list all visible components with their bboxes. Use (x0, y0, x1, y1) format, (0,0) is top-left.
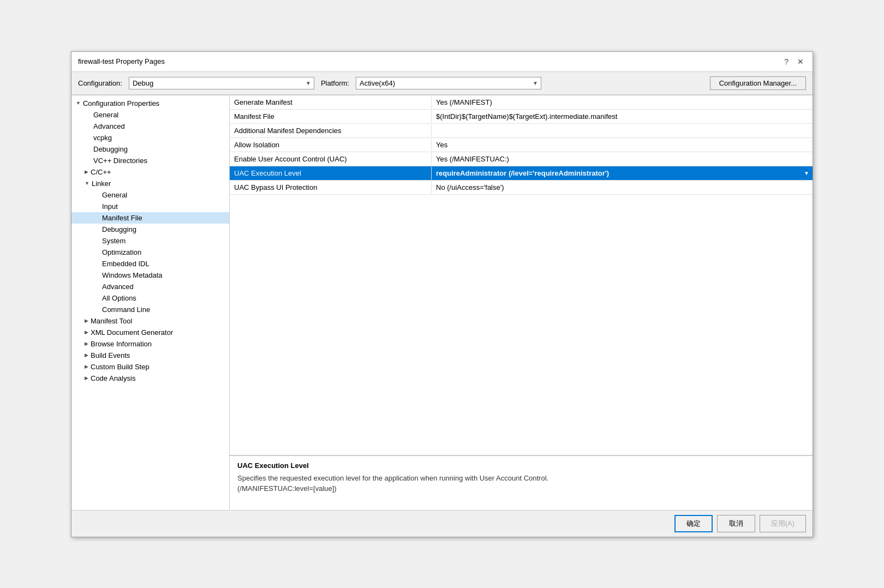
configuration-select[interactable]: Debug (129, 77, 314, 89)
property-name-uac-execution-level: UAC Execution Level (230, 167, 432, 179)
right-panel: Generate ManifestYes (/MANIFEST)Manifest… (230, 95, 813, 510)
toolbar: Configuration: Debug Platform: Active(x6… (71, 72, 813, 95)
sidebar-item-linker-advanced[interactable]: Advanced (71, 281, 229, 292)
sidebar-item-advanced[interactable]: Advanced (71, 121, 229, 132)
sidebar-item-label: Code Analysis (91, 374, 135, 382)
property-row-manifest-file[interactable]: Manifest File$(IntDir)$(TargetName)$(Tar… (230, 110, 813, 124)
sidebar-item-label: XML Document Generator (91, 328, 173, 337)
dropdown-arrow-icon[interactable]: ▼ (801, 170, 813, 176)
sidebar-item-label: Advanced (93, 122, 125, 130)
sidebar-item-browse-information[interactable]: ▶Browse Information (71, 338, 229, 350)
property-name-additional-manifest-dependencies: Additional Manifest Dependencies (230, 124, 432, 137)
property-row-allow-isolation[interactable]: Allow IsolationYes (230, 138, 813, 152)
sidebar-item-label: C/C++ (91, 168, 111, 176)
sidebar-item-xml-document-generator[interactable]: ▶XML Document Generator (71, 327, 229, 338)
help-icon[interactable]: ? (782, 56, 791, 67)
chevron-right-icon: ▶ (85, 169, 88, 175)
property-row-generate-manifest[interactable]: Generate ManifestYes (/MANIFEST) (230, 95, 813, 110)
sidebar: ▼Configuration PropertiesGeneralAdvanced… (71, 95, 230, 510)
configuration-label: Configuration: (78, 79, 122, 87)
sidebar-item-linker-all-options[interactable]: All Options (71, 292, 229, 304)
main-content: ▼Configuration PropertiesGeneralAdvanced… (71, 95, 813, 510)
ok-button[interactable]: 确定 (674, 515, 713, 532)
property-row-uac-execution-level[interactable]: UAC Execution LevelrequireAdministrator … (230, 166, 813, 181)
property-name-allow-isolation: Allow Isolation (230, 139, 432, 151)
sidebar-item-linker-system[interactable]: System (71, 235, 229, 247)
chevron-right-icon: ▶ (85, 341, 88, 346)
property-value-generate-manifest: Yes (/MANIFEST) (432, 96, 813, 109)
sidebar-item-vc-directories[interactable]: VC++ Directories (71, 155, 229, 166)
property-row-uac-bypass-ui[interactable]: UAC Bypass UI ProtectionNo (/uiAccess='f… (230, 181, 813, 195)
chevron-down-icon: ▼ (76, 100, 81, 106)
sidebar-item-label: vcpkg (93, 134, 112, 142)
property-value-allow-isolation: Yes (432, 139, 813, 151)
sidebar-item-linker-debugging[interactable]: Debugging (71, 224, 229, 235)
platform-select-wrapper: Active(x64) (356, 77, 541, 89)
sidebar-item-cpp[interactable]: ▶C/C++ (71, 166, 229, 178)
property-pages-window: firewall-test Property Pages ? ✕ Configu… (71, 51, 813, 537)
sidebar-item-code-analysis[interactable]: ▶Code Analysis (71, 373, 229, 384)
sidebar-item-linker[interactable]: ▼Linker (71, 178, 229, 189)
chevron-right-icon: ▶ (85, 329, 88, 335)
sidebar-item-linker-windows-metadata[interactable]: Windows Metadata (71, 269, 229, 281)
configuration-manager-button[interactable]: Configuration Manager... (710, 76, 806, 90)
platform-select[interactable]: Active(x64) (356, 77, 541, 89)
window-title: firewall-test Property Pages (78, 57, 165, 65)
sidebar-item-label: Input (102, 202, 118, 211)
apply-button[interactable]: 应用(A) (760, 515, 806, 532)
sidebar-item-manifest-tool[interactable]: ▶Manifest Tool (71, 315, 229, 327)
sidebar-item-linker-input[interactable]: Input (71, 201, 229, 212)
sidebar-item-linker-manifest-file[interactable]: Manifest File (71, 212, 229, 224)
sidebar-item-label: Custom Build Step (91, 363, 150, 371)
sidebar-item-label: Embedded IDL (102, 260, 150, 268)
sidebar-item-debugging[interactable]: Debugging (71, 143, 229, 155)
sidebar-item-linker-general[interactable]: General (71, 189, 229, 201)
sidebar-item-configuration-properties[interactable]: ▼Configuration Properties (71, 98, 229, 109)
sidebar-item-label: Debugging (102, 225, 136, 233)
sidebar-item-label: Build Events (91, 351, 130, 359)
property-row-additional-manifest-dependencies[interactable]: Additional Manifest Dependencies (230, 124, 813, 138)
chevron-right-icon: ▶ (85, 375, 88, 381)
sidebar-item-vcpkg[interactable]: vcpkg (71, 132, 229, 143)
description-main-text: Specifies the requested execution level … (237, 474, 548, 482)
cancel-button[interactable]: 取消 (717, 515, 755, 532)
sidebar-item-custom-build-step[interactable]: ▶Custom Build Step (71, 361, 229, 373)
sidebar-item-linker-command-line[interactable]: Command Line (71, 304, 229, 315)
sidebar-item-general[interactable]: General (71, 109, 229, 121)
property-row-enable-uac[interactable]: Enable User Account Control (UAC)Yes (/M… (230, 152, 813, 166)
sidebar-item-label: Configuration Properties (83, 99, 159, 107)
configuration-select-wrapper: Debug (129, 77, 314, 89)
sidebar-item-linker-optimization[interactable]: Optimization (71, 247, 229, 258)
sidebar-item-linker-embedded-idl[interactable]: Embedded IDL (71, 258, 229, 269)
title-bar-controls: ? ✕ (782, 56, 806, 67)
platform-label: Platform: (321, 79, 349, 87)
description-title: UAC Execution Level (237, 461, 805, 470)
property-value-uac-bypass-ui: No (/uiAccess='false') (432, 181, 813, 194)
chevron-right-icon: ▶ (85, 352, 88, 358)
sidebar-item-label: Command Line (102, 305, 150, 314)
sidebar-item-label: Linker (92, 179, 111, 188)
sidebar-item-label: Debugging (93, 145, 128, 153)
footer: 确定 取消 应用(A) (71, 510, 813, 537)
property-name-generate-manifest: Generate Manifest (230, 96, 432, 109)
description-panel: UAC Execution Level Specifies the reques… (230, 455, 813, 510)
property-name-manifest-file: Manifest File (230, 110, 432, 123)
sidebar-item-label: General (102, 191, 127, 199)
title-bar: firewall-test Property Pages ? ✕ (71, 52, 813, 72)
chevron-down-icon: ▼ (85, 181, 89, 186)
sidebar-item-label: Manifest Tool (91, 317, 132, 325)
chevron-right-icon: ▶ (85, 364, 88, 369)
property-value-additional-manifest-dependencies (432, 128, 813, 133)
sidebar-item-build-events[interactable]: ▶Build Events (71, 350, 229, 361)
property-name-enable-uac: Enable User Account Control (UAC) (230, 153, 432, 165)
property-value-manifest-file: $(IntDir)$(TargetName)$(TargetExt).inter… (432, 110, 813, 123)
sidebar-item-label: All Options (102, 294, 136, 302)
description-note: (/MANIFESTUAC:level=[value]) (237, 484, 337, 493)
sidebar-item-label: VC++ Directories (93, 157, 147, 165)
sidebar-item-label: Browse Information (91, 340, 152, 348)
close-icon[interactable]: ✕ (795, 56, 806, 67)
sidebar-item-label: Advanced (102, 283, 134, 291)
sidebar-item-label: Manifest File (102, 214, 142, 222)
sidebar-item-label: Windows Metadata (102, 271, 163, 279)
property-grid: Generate ManifestYes (/MANIFEST)Manifest… (230, 95, 813, 455)
